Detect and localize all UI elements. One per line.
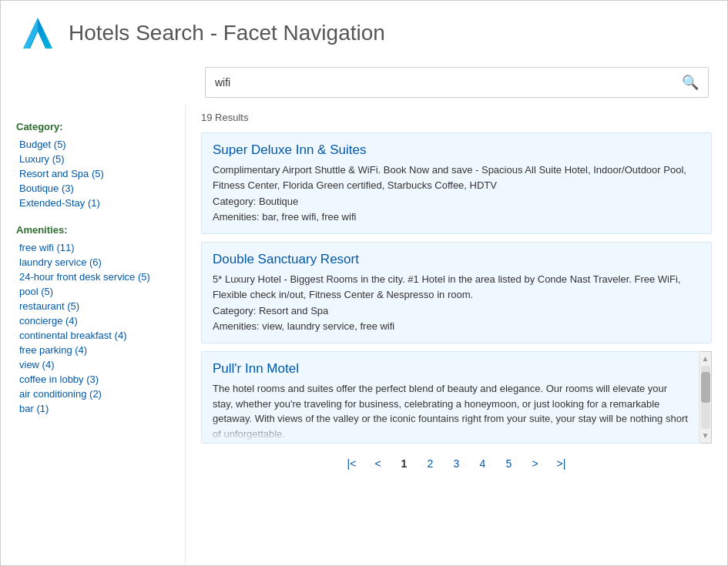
result-card-1: Super Deluxe Inn & Suites Complimentary … [201, 132, 712, 234]
amenities-list: free wifi (11) laundry service (6) 24-ho… [16, 240, 173, 416]
pagination-page-3[interactable]: 3 [446, 454, 468, 473]
pagination-prev[interactable]: < [367, 454, 389, 473]
amenity-view[interactable]: view (4) [16, 357, 173, 372]
svg-marker-1 [23, 18, 38, 49]
result-title-1[interactable]: Super Deluxe Inn & Suites [213, 142, 700, 158]
amenities-label: Amenities: [16, 224, 173, 236]
sidebar-item-luxury[interactable]: Luxury (5) [16, 152, 173, 166]
scrollbar-thumb[interactable] [701, 372, 710, 403]
result-amenities-2: Amenities: view, laundry service, free w… [213, 319, 700, 334]
result-category-2: Category: Resort and Spa [213, 303, 700, 319]
pagination: |< < 1 2 3 4 5 > >| [201, 444, 712, 481]
search-button[interactable]: 🔍 [673, 68, 708, 97]
pagination-page-4[interactable]: 4 [472, 454, 494, 473]
amenity-bar[interactable]: bar (1) [16, 401, 173, 416]
results-count: 19 Results [201, 112, 712, 123]
amenity-free-wifi[interactable]: free wifi (11) [16, 240, 173, 255]
scrollbar-up-arrow[interactable]: ▲ [702, 353, 710, 364]
sidebar-item-boutique[interactable]: Boutique (3) [16, 181, 173, 196]
result-card-3-container: Pull'r Inn Motel The hotel rooms and sui… [201, 351, 712, 444]
result-title-2[interactable]: Double Sanctuary Resort [213, 252, 700, 267]
amenity-free-parking[interactable]: free parking (4) [16, 343, 173, 357]
result-category-1: Category: Boutique [213, 194, 700, 209]
result-card-2: Double Sanctuary Resort 5* Luxury Hotel … [201, 242, 712, 343]
amenity-restaurant[interactable]: restaurant (5) [16, 299, 173, 313]
pagination-next[interactable]: > [525, 454, 546, 473]
sidebar-item-resort-spa[interactable]: Resort and Spa (5) [16, 166, 173, 181]
results-panel: 19 Results Super Deluxe Inn & Suites Com… [186, 104, 727, 565]
header: Hotels Search - Facet Navigation [1, 1, 727, 59]
sidebar: Category: Budget (5) Luxury (5) Resort a… [1, 104, 186, 565]
azure-logo-icon [19, 15, 56, 52]
pagination-page-5[interactable]: 5 [498, 454, 520, 473]
search-bar: 🔍 [205, 67, 709, 98]
sidebar-item-extended-stay[interactable]: Extended-Stay (1) [16, 196, 173, 210]
sidebar-item-budget[interactable]: Budget (5) [16, 137, 173, 152]
result-card-3: Pull'r Inn Motel The hotel rooms and sui… [201, 351, 699, 444]
result-amenities-1: Amenities: bar, free wifi, free wifi [213, 209, 700, 225]
pagination-first[interactable]: |< [341, 454, 363, 473]
category-label: Category: [16, 121, 173, 132]
scrollbar-down-arrow[interactable]: ▼ [702, 430, 710, 441]
category-list: Budget (5) Luxury (5) Resort and Spa (5)… [16, 137, 173, 210]
result-desc-2: 5* Luxury Hotel - Biggest Rooms in the c… [213, 272, 700, 302]
result-title-3[interactable]: Pull'r Inn Motel [213, 361, 688, 377]
main-body: Category: Budget (5) Luxury (5) Resort a… [1, 104, 727, 565]
amenity-laundry[interactable]: laundry service (6) [16, 255, 173, 270]
scrollbar-track [701, 366, 710, 429]
search-bar-row: 🔍 [1, 59, 727, 104]
pagination-last[interactable]: >| [551, 454, 572, 473]
result-desc-1: Complimentary Airport Shuttle & WiFi. Bo… [213, 162, 700, 193]
result-desc-3: The hotel rooms and suites offer the per… [213, 381, 688, 441]
amenity-coffee-lobby[interactable]: coffee in lobby (3) [16, 372, 173, 387]
amenity-front-desk[interactable]: 24-hour front desk service (5) [16, 270, 173, 284]
amenity-concierge[interactable]: concierge (4) [16, 313, 173, 328]
amenity-continental-breakfast[interactable]: continental breakfast (4) [16, 328, 173, 343]
page-title: Hotels Search - Facet Navigation [69, 21, 385, 45]
amenity-pool[interactable]: pool (5) [16, 284, 173, 299]
amenity-air-conditioning[interactable]: air conditioning (2) [16, 387, 173, 401]
pagination-page-2[interactable]: 2 [420, 454, 441, 473]
search-input[interactable] [206, 70, 673, 95]
pagination-page-1[interactable]: 1 [394, 454, 415, 473]
